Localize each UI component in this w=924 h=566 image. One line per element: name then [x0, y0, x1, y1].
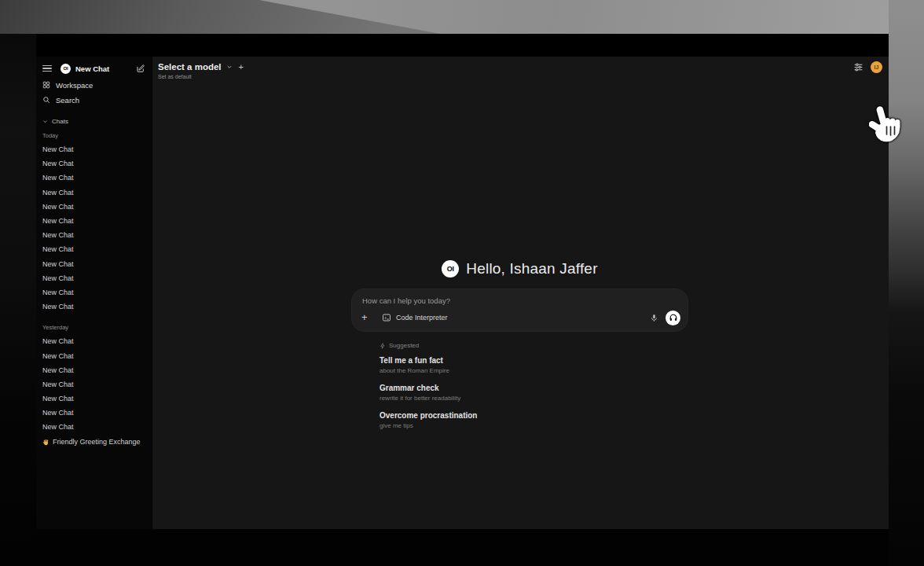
suggested-prompts: Suggested Tell me a fun factabout the Ro… [352, 342, 688, 430]
sidebar-item-workspace[interactable]: Workspace [42, 79, 146, 90]
chat-history-item[interactable]: New Chat [36, 391, 152, 406]
chat-history-item[interactable]: New Chat [36, 142, 152, 156]
greeting: OI Hello, Ishaan Jaffer [352, 259, 688, 278]
message-input[interactable]: How can I help you today? [362, 296, 450, 305]
workspace-grid-icon [42, 81, 50, 89]
chat-history-item[interactable]: New Chat [36, 271, 152, 285]
suggested-prompt-title: Grammar check [380, 384, 688, 393]
sidebar-title: New Chat [75, 64, 136, 73]
workspace-label: Workspace [56, 81, 93, 90]
chat-history-item[interactable]: New Chat [36, 228, 152, 242]
sidebar-toggle-icon[interactable] [42, 65, 52, 72]
search-label: Search [56, 96, 79, 105]
window-top-bar [36, 35, 889, 57]
model-selector-button[interactable]: Select a model + [158, 62, 244, 72]
model-selector-label: Select a model [158, 62, 222, 72]
chat-history-item[interactable]: New Chat [36, 186, 152, 200]
suggested-prompt-title: Overcome procrastination [380, 411, 688, 421]
chevron-down-icon [42, 119, 48, 124]
sidebar: OI New Chat Workspace [36, 57, 152, 529]
chat-history-item[interactable]: New Chat [36, 300, 152, 314]
backdrop-right-gradient [889, 0, 924, 566]
screen: OI New Chat Workspace [0, 0, 924, 566]
chat-history-item[interactable]: New Chat [36, 406, 152, 420]
composer-toolbar: + Code Interpreter [352, 310, 688, 325]
chat-history-item[interactable]: New Chat [36, 171, 152, 185]
suggested-prompt-subtitle: about the Roman Empire [380, 367, 688, 375]
app-logo-icon: OI [442, 260, 459, 277]
model-selector: Select a model + Set as default [158, 62, 244, 79]
suggested-prompt[interactable]: Grammar checkrewrite it for better reada… [380, 384, 688, 402]
suggested-prompt[interactable]: Overcome procrastinationgive me tips [380, 411, 688, 430]
controls-sliders-icon[interactable] [853, 62, 864, 72]
code-interpreter-toggle[interactable]: Code Interpreter [379, 311, 451, 324]
backdrop-top-gradient [0, 0, 924, 34]
code-interpreter-icon [382, 313, 391, 322]
chat-groups: TodayNew ChatNew ChatNew ChatNew ChatNew… [36, 132, 152, 435]
chats-section-toggle[interactable]: Chats [42, 118, 146, 125]
app-window: OI New Chat Workspace [36, 35, 889, 529]
chat-history-item[interactable]: New Chat [36, 420, 152, 434]
sidebar-header: OI New Chat [36, 61, 152, 75]
greeting-text: Hello, Ishaan Jaffer [466, 260, 597, 277]
sidebar-item-search[interactable]: Search [42, 94, 146, 105]
suggested-label: Suggested [389, 342, 419, 349]
search-icon [42, 96, 50, 104]
set-as-default-link[interactable]: Set as default [158, 74, 244, 79]
chat-history-item[interactable]: New Chat [36, 156, 152, 171]
suggested-prompt-subtitle: give me tips [380, 422, 688, 430]
microphone-button[interactable] [650, 314, 658, 322]
suggested-prompt-title: Tell me a fun fact [380, 356, 688, 366]
voice-call-button[interactable] [666, 311, 680, 325]
chat-history-item[interactable]: New Chat [36, 200, 152, 214]
backdrop-bottom [36, 529, 889, 566]
message-composer[interactable]: How can I help you today? + Code Interpr… [352, 289, 688, 331]
wave-emoji [42, 439, 50, 446]
chats-section-label: Chats [52, 118, 68, 125]
attach-plus-button[interactable]: + [361, 312, 372, 323]
chevron-down-icon [226, 64, 233, 70]
header-controls: IJ [853, 61, 882, 73]
chat-history-item[interactable]: New Chat [36, 348, 152, 362]
code-interpreter-label: Code Interpreter [396, 314, 448, 322]
microphone-icon [650, 314, 658, 322]
chat-history-item[interactable]: New Chat [36, 377, 152, 391]
main-area: Select a model + Set as default IJ [152, 57, 889, 529]
suggested-header: Suggested [380, 342, 688, 349]
welcome-column: OI Hello, Ishaan Jaffer How can I help y… [352, 259, 688, 439]
backdrop-left [0, 34, 36, 566]
add-model-button[interactable]: + [239, 63, 244, 71]
headphones-icon [669, 313, 678, 322]
chat-history-item[interactable]: New Chat [36, 363, 152, 377]
chat-history-item[interactable]: New Chat [36, 334, 152, 348]
suggested-prompt[interactable]: Tell me a fun factabout the Roman Empire [380, 356, 688, 375]
suggested-list: Tell me a fun factabout the Roman Empire… [380, 356, 688, 430]
chat-history-item[interactable]: New Chat [36, 285, 152, 300]
suggested-prompt-subtitle: rewrite it for better readability [380, 395, 688, 402]
app-logo-icon: OI [60, 64, 71, 74]
user-avatar[interactable]: IJ [871, 61, 882, 73]
bolt-icon [380, 343, 386, 349]
chat-history-item[interactable]: New Chat [36, 214, 152, 228]
named-chat-label: Friendly Greeting Exchange [53, 438, 141, 446]
new-chat-pencil-icon[interactable] [136, 64, 145, 73]
chat-item-named[interactable]: Friendly Greeting Exchange [36, 435, 152, 450]
chat-group-label: Yesterday [42, 324, 146, 331]
chat-history-item[interactable]: New Chat [36, 257, 152, 271]
chat-group-label: Today [42, 132, 146, 139]
chat-history-item[interactable]: New Chat [36, 242, 152, 256]
